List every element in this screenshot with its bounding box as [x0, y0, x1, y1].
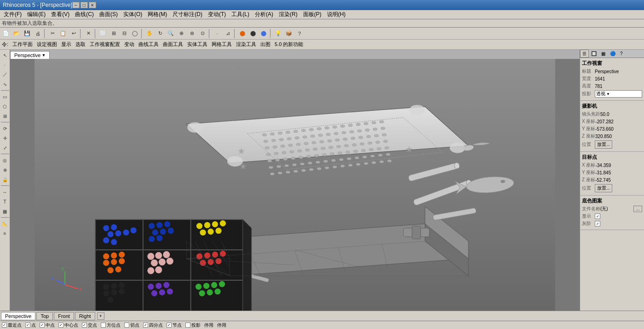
- tab-mesh-tools[interactable]: 网格工具: [210, 40, 234, 48]
- lt-transform[interactable]: ⟳: [0, 124, 10, 133]
- menu-item-5[interactable]: 实体(O): [121, 10, 145, 19]
- render-btn[interactable]: 📦: [284, 29, 294, 39]
- bg-show-checkbox[interactable]: ✓: [595, 214, 600, 219]
- zoom-extents-btn[interactable]: ⊙: [197, 29, 207, 39]
- render-wire-btn[interactable]: ⬤: [259, 29, 269, 39]
- snap-check-3[interactable]: ✓: [40, 323, 45, 328]
- snap-check-2[interactable]: ✓: [25, 323, 30, 328]
- crossing-btn[interactable]: ⊟: [119, 29, 129, 39]
- menu-item-12[interactable]: 面板(P): [300, 10, 324, 19]
- snap-check-4[interactable]: ✓: [58, 323, 63, 328]
- target-position-button[interactable]: 放置...: [595, 184, 612, 192]
- tab-viewport-config[interactable]: 工作视窗配置: [88, 40, 122, 48]
- bot-tab-perspective[interactable]: Perspective: [1, 312, 35, 320]
- maximize-button[interactable]: □: [80, 2, 88, 8]
- projection-dropdown[interactable]: 透视 ▼: [595, 90, 642, 98]
- tab-new-features[interactable]: 5.0 的新功能: [273, 40, 305, 48]
- select-btn[interactable]: ⬜: [98, 29, 108, 39]
- snap-check-6[interactable]: [101, 323, 106, 328]
- menu-item-2[interactable]: 查看(V): [48, 10, 72, 19]
- rp-tab-display[interactable]: ▦: [599, 50, 608, 58]
- menu-item-1[interactable]: 编辑(E): [24, 10, 48, 19]
- lt-scale[interactable]: ⤢: [0, 143, 10, 152]
- tab-work-plane[interactable]: 工作平面: [11, 40, 34, 48]
- delete-btn[interactable]: ✕: [83, 29, 93, 39]
- lt-solid[interactable]: ⬡: [0, 102, 10, 111]
- lt-layer[interactable]: ≡: [0, 229, 10, 238]
- lasso-btn[interactable]: ◯: [130, 29, 140, 39]
- minimize-button[interactable]: −: [72, 2, 80, 8]
- snap-check-7[interactable]: [124, 323, 129, 328]
- lt-text[interactable]: T: [0, 197, 10, 206]
- viewport-area[interactable]: Perspective ▼: [10, 50, 580, 311]
- lt-line[interactable]: ／: [0, 70, 10, 79]
- lt-mesh[interactable]: ⊞: [0, 111, 10, 121]
- pan-btn[interactable]: ✋: [144, 29, 155, 39]
- menu-item-0[interactable]: 文件(F): [1, 10, 24, 19]
- lt-point[interactable]: ·: [0, 60, 10, 69]
- points-btn[interactable]: ·: [212, 29, 222, 39]
- lt-curve[interactable]: ∿: [0, 80, 10, 89]
- rotate-btn[interactable]: ↻: [155, 29, 165, 39]
- menu-item-9[interactable]: 工具(L): [229, 10, 252, 19]
- copy-btn[interactable]: 📋: [58, 29, 68, 39]
- menu-item-7[interactable]: 尺寸标注(D): [170, 10, 205, 19]
- help-btn[interactable]: ?: [294, 29, 305, 39]
- rp-tab-render[interactable]: 🔵: [608, 50, 618, 58]
- bot-tab-front[interactable]: Front: [54, 312, 74, 320]
- new-btn[interactable]: 📄: [1, 29, 11, 39]
- bot-tab-right[interactable]: Right: [75, 312, 95, 320]
- zoom-selected-btn[interactable]: ⊛: [187, 29, 197, 39]
- viewport-tab-perspective[interactable]: Perspective ▼: [10, 51, 50, 59]
- snap-btn[interactable]: ⊿: [223, 29, 233, 39]
- close-button[interactable]: ×: [89, 2, 96, 8]
- tab-display[interactable]: 显示: [59, 40, 73, 48]
- snap-check-8[interactable]: ✓: [143, 323, 148, 328]
- rp-tab-properties[interactable]: 🔲: [589, 50, 599, 58]
- vp-tab-arrow[interactable]: ▼: [41, 53, 46, 58]
- tab-set-view[interactable]: 设定视图: [35, 40, 59, 48]
- menu-item-11[interactable]: 渲染(R): [276, 10, 300, 19]
- render-mode-btn[interactable]: ⬤: [248, 29, 258, 39]
- tab-render-tools[interactable]: 渲染工具: [234, 40, 258, 48]
- tab-surface-tools[interactable]: 曲面工具: [161, 40, 185, 48]
- bg-gray-checkbox[interactable]: ✓: [595, 221, 600, 226]
- zoom-btn[interactable]: 🔍: [166, 29, 176, 39]
- lt-dim[interactable]: ↔: [0, 187, 10, 196]
- bot-tab-add[interactable]: +: [97, 312, 104, 320]
- menu-item-10[interactable]: 分析(A): [252, 10, 276, 19]
- rp-tab-help[interactable]: ?: [618, 50, 625, 58]
- menu-item-13[interactable]: 说明(H): [324, 10, 349, 19]
- tab-solid-tools[interactable]: 实体工具: [185, 40, 209, 48]
- rp-tab-layers[interactable]: ☰: [580, 50, 589, 58]
- camera-position-button[interactable]: 放置...: [595, 140, 612, 149]
- lt-hatch[interactable]: ▦: [0, 207, 10, 216]
- tab-curve-tools[interactable]: 曲线工具: [137, 40, 161, 48]
- snap-check-1[interactable]: ✓: [2, 323, 7, 328]
- lt-move[interactable]: ✛: [0, 133, 10, 143]
- save-btn[interactable]: 💾: [22, 29, 32, 39]
- bg-file-button[interactable]: …: [633, 206, 642, 212]
- undo-btn[interactable]: ↩: [69, 29, 79, 39]
- lt-lock[interactable]: 🔒: [0, 175, 10, 184]
- tab-export[interactable]: 出图: [259, 40, 272, 48]
- lt-osnap[interactable]: ◎: [0, 156, 10, 165]
- lt-analyze[interactable]: 📐: [0, 219, 10, 228]
- open-btn[interactable]: 📂: [12, 29, 22, 39]
- menu-item-3[interactable]: 曲线(C): [72, 10, 97, 19]
- menu-item-8[interactable]: 变动(T): [205, 10, 229, 19]
- lt-select[interactable]: ↖: [0, 51, 10, 60]
- lt-surface[interactable]: ▭: [0, 92, 10, 101]
- print-btn[interactable]: 🖨: [33, 29, 43, 39]
- cut-btn[interactable]: ✂: [47, 29, 58, 39]
- window-select-btn[interactable]: ⊞: [109, 29, 119, 39]
- bot-tab-top[interactable]: Top: [36, 312, 53, 320]
- lt-gumball[interactable]: ⊕: [0, 165, 10, 174]
- tab-transform[interactable]: 变动: [122, 40, 136, 48]
- snap-check-5[interactable]: ✓: [82, 323, 87, 328]
- light-btn[interactable]: 💡: [273, 29, 283, 39]
- tab-select[interactable]: 选取: [74, 40, 87, 48]
- render-color-btn[interactable]: ⬤: [237, 29, 247, 39]
- snap-check-9[interactable]: ✓: [167, 323, 172, 328]
- snap-check-10[interactable]: [185, 323, 190, 328]
